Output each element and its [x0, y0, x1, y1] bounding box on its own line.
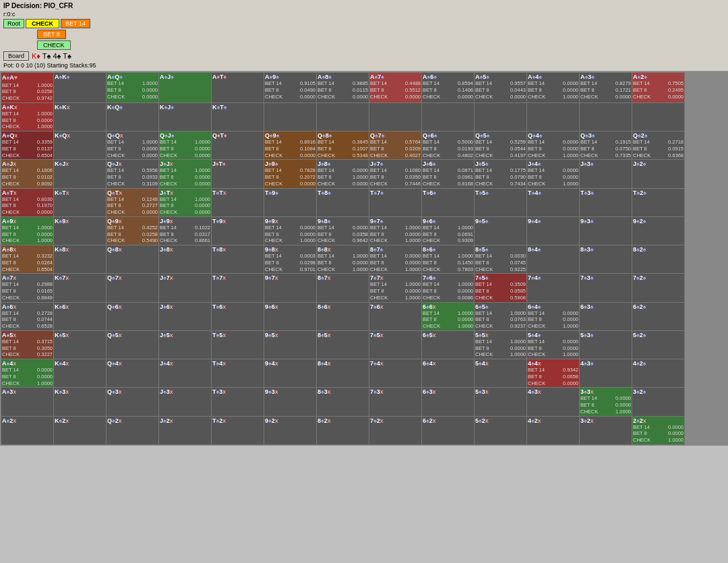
table-row: Q♠4x — [107, 359, 159, 388]
table-row: T♠3x — [212, 388, 264, 416]
table-row: T♠2x — [212, 416, 264, 444]
table-row: K♠4x — [54, 359, 107, 388]
table-row: 7♠6x — [369, 302, 422, 330]
pot-info: Pot: 0 0 10 (10) Starting Stacks:95 — [3, 62, 725, 69]
table-row: 5♠3♠ — [580, 330, 632, 359]
table-row: Q♠4♠ BET 140.0000 BET 80.0000 CHECK1.000… — [527, 131, 580, 160]
table-row: K♠2x — [54, 416, 107, 444]
table-row: Q♠8x — [107, 245, 159, 274]
table-row: T♠4♠ — [527, 188, 580, 216]
table-row: 6♠2x — [422, 416, 475, 444]
app-title: IP Decision: PIO_CFR — [3, 2, 73, 9]
table-row: J♠4x — [159, 359, 212, 388]
table-row: K♠Q♠ — [107, 102, 159, 131]
table-row: J♠6x — [159, 302, 212, 330]
table-row: T♠3♠ — [580, 188, 632, 216]
table-row: J♠2x — [159, 416, 212, 444]
table-row: 7♠6♠ BET 141.0000 BET 80.0000 CHECK0.008… — [422, 274, 475, 302]
hand-matrix: A♠A♥ BET 141.0000 BET 80.0258 CHECK0.974… — [1, 72, 685, 445]
table-row: 5♠2x — [475, 416, 527, 444]
table-row: 8♠6♠ BET 141.0000 BET 80.1450 CHECK0.780… — [422, 245, 475, 274]
table-row: 7♠3♠ — [580, 274, 632, 302]
table-row: 8♠8x BET 141.0000 BET 80.0000 CHECK1.000… — [317, 245, 369, 274]
table-row: 8♠7x — [317, 274, 369, 302]
check-btn[interactable]: CHECK — [26, 19, 59, 28]
bet8-btn[interactable]: BET 8 — [37, 30, 66, 39]
table-row: 5♠2♠ — [632, 330, 685, 359]
board-btn[interactable]: Board — [3, 51, 29, 61]
root-btn[interactable]: Root — [3, 19, 24, 28]
table-row: J♠2♠ — [632, 160, 685, 188]
table-row: T♠8♠ — [317, 188, 369, 216]
table-row: T♠6♠ — [422, 188, 475, 216]
table-row: K♠Kx — [54, 102, 107, 131]
table-row: A♠7x BET 140.2988 BET 80.0165 CHECK0.684… — [1, 274, 54, 302]
table-row: K♠Qx — [54, 131, 107, 160]
table-row: 7♠2x — [369, 416, 422, 444]
table-row: 5♠3x — [475, 388, 527, 416]
table-row: 6♠4x — [422, 359, 475, 388]
table-row: K♠Jx — [54, 160, 107, 188]
table-row: Q♠5x — [107, 330, 159, 359]
table-row: 6♠6x BET 141.0000 BET 80.0000 CHECK1.000… — [422, 302, 475, 330]
table-row: A♠5x BET 140.3715 BET 80.3050 CHECK0.322… — [1, 330, 54, 359]
table-row: 5♠4♠ BET 140.0000 BET 80.0000 CHECK1.000… — [527, 330, 580, 359]
table-row: Q♦T♦ — [212, 131, 264, 160]
table-row — [580, 102, 632, 131]
table-row: Q♠3♠ BET 140.1915 BET 80.0750 CHECK0.733… — [580, 131, 632, 160]
table-row: 7♠5x — [369, 330, 422, 359]
table-row: 9♠8x BET 140.0003 BET 80.0298 CHECK0.970… — [264, 245, 317, 274]
table-row: 9♠6♠ BET 141.0000 BET 80.0691 CHECK0.930… — [422, 216, 475, 245]
table-row — [475, 102, 527, 131]
table-row: 7♠5♠ BET 140.3509 BET 80.0585 CHECK0.590… — [475, 274, 527, 302]
table-row: 7♠4x — [369, 359, 422, 388]
table-row: J♠7x — [159, 274, 212, 302]
table-row: Q♠5♠ BET 140.5259 BET 80.0544 CHECK0.419… — [475, 131, 527, 160]
table-row: 8♠3x — [317, 388, 369, 416]
table-row: A♠Tx BET 140.8030 BET 80.1970 CHECK0.000… — [1, 188, 54, 216]
table-row: J♠8♠ BET 140.0000 BET 81.0000 CHECK0.000… — [317, 160, 369, 188]
table-row: K♠J♠ — [159, 102, 212, 131]
table-row: A♠K♠ — [54, 73, 107, 103]
table-row: T♠7♠ — [369, 188, 422, 216]
table-row: A♠8♠ BET 140.9885 BET 80.0115 CHECK0.000… — [317, 73, 369, 103]
table-row: J♠4♠ BET 140.0000 BET 80.0000 CHECK1.000… — [527, 160, 580, 188]
table-row: 7♠2♠ — [632, 274, 685, 302]
table-row: 8♠5x — [317, 330, 369, 359]
table-row: A♠9♠ BET 140.9105 BET 80.0490 CHECK0.000… — [264, 73, 317, 103]
bet14-btn[interactable]: BET 14 — [61, 19, 90, 28]
table-row: 3♠2♠ — [632, 388, 685, 416]
table-row: A♠2x — [1, 416, 54, 444]
table-row: 6♠5x — [422, 330, 475, 359]
table-row: 4♠4x BET 140.9342 BET 80.0658 CHECK0.000… — [527, 359, 580, 388]
table-row: 8♠7♠ BET 140.0000 BET 80.0000 CHECK1.000… — [369, 245, 422, 274]
table-row: 9♠6x — [264, 302, 317, 330]
table-row: 9♠7♠ BET 141.0000 BET 80.0000 CHECK1.000… — [369, 216, 422, 245]
table-row: K♠7x — [54, 274, 107, 302]
table-row: 9♠8♠ BET 140.0000 BET 80.0358 CHECK0.964… — [317, 216, 369, 245]
table-row: J♦T♦ — [212, 160, 264, 188]
table-row: 8♠3♠ — [580, 245, 632, 274]
table-row: A♠Jx BET 140.1806 BET 80.0102 CHECK0.809… — [1, 160, 54, 188]
table-row: 9♠9x BET 140.0000 BET 80.0000 CHECK1.000… — [264, 216, 317, 245]
table-row — [317, 102, 369, 131]
table-row: 4♠2♠ — [632, 359, 685, 388]
table-row: J♠Jx BET 141.0000 BET 80.0000 CHECK0.000… — [159, 160, 212, 188]
table-row — [632, 102, 685, 131]
table-row: 9♠5♠ — [475, 216, 527, 245]
table-row: 9♠5x — [264, 330, 317, 359]
table-row: A♠J♠ — [159, 73, 212, 103]
table-row: 8♠2x — [317, 416, 369, 444]
table-row: J♠7♠ BET 140.1080 BET 80.0350 CHECK0.744… — [369, 160, 422, 188]
table-row: K♠T♠ — [212, 102, 264, 131]
table-row: 8♠4x — [317, 359, 369, 388]
table-row — [527, 102, 580, 131]
table-row: T♠2♠ — [632, 188, 685, 216]
table-row: T♠4x — [212, 359, 264, 388]
check2-btn[interactable]: CHECK — [37, 40, 71, 50]
table-row: 2♠2x BET 140.0000 BET 80.0000 CHECK1.000… — [632, 416, 685, 444]
table-row: Q♠6♠ BET 140.5000 BET 80.0193 CHECK0.480… — [422, 131, 475, 160]
table-row: Q♠Jx BET 140.5958 BET 80.0933 CHECK0.310… — [107, 160, 159, 188]
board-cards: K♦ T♠ 4♠ T♠ — [32, 52, 71, 60]
table-row: J♠3♠ — [580, 160, 632, 188]
